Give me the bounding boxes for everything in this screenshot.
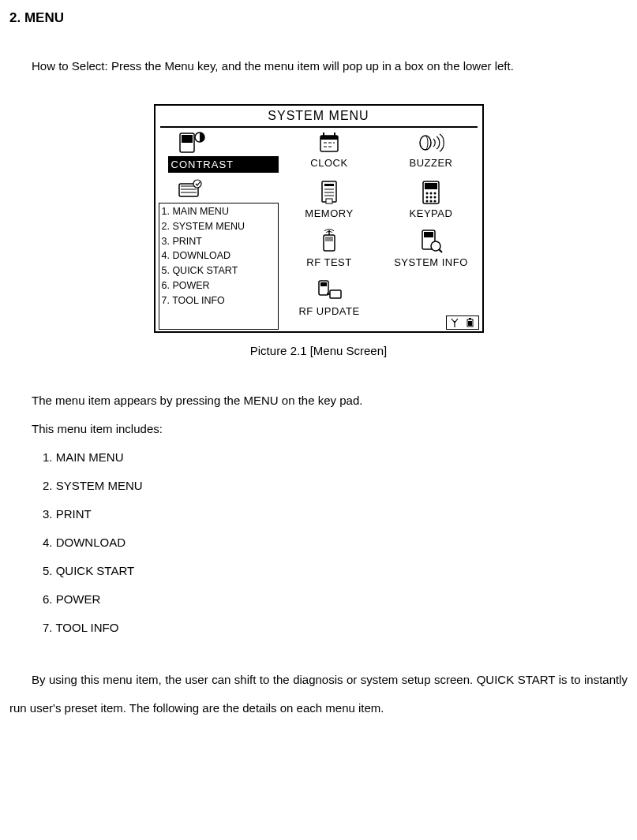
svg-rect-10 [326, 199, 332, 203]
popup-item: 3. PRINT [162, 234, 275, 249]
list-item: 5. QUICK START [43, 557, 628, 585]
list-item: 3. PRINT [43, 500, 628, 528]
rfupdate-icon [316, 278, 343, 303]
sysinfo-icon [419, 229, 443, 254]
svg-rect-25 [424, 232, 433, 237]
menu-popup: 1. MAIN MENU 2. SYSTEM MENU 3. PRINT 4. … [159, 203, 279, 330]
list-item: 2. SYSTEM MENU [43, 472, 628, 500]
popup-item: 2. SYSTEM MENU [162, 219, 275, 234]
svg-point-17 [430, 196, 433, 198]
svg-rect-9 [324, 184, 334, 186]
clock-icon [317, 131, 341, 155]
svg-point-18 [434, 196, 437, 198]
rfupdate-label: RF UPDATE [298, 304, 359, 319]
svg-point-16 [426, 196, 429, 198]
popup-item: 4. DOWNLOAD [162, 248, 275, 263]
svg-point-7 [420, 136, 431, 150]
intro-paragraph: How to Select: Press the Menu key, and t… [9, 52, 628, 80]
body-text: This menu item includes: [32, 415, 628, 443]
svg-point-14 [430, 192, 433, 194]
settings-row-icon [156, 176, 279, 200]
popup-item: 7. TOOL INFO [162, 293, 275, 308]
list-item: 1. MAIN MENU [43, 443, 628, 472]
svg-point-15 [434, 192, 437, 194]
svg-rect-23 [325, 237, 333, 241]
section-heading: 2. MENU [9, 8, 628, 28]
list-item: 6. POWER [43, 585, 628, 614]
svg-point-20 [430, 200, 433, 202]
memory-icon [319, 180, 339, 205]
buzzer-icon [418, 131, 444, 155]
keypad-label: KEYPAD [410, 206, 453, 222]
svg-point-13 [426, 192, 429, 194]
closing-paragraph: By using this menu item, the user can sh… [9, 666, 628, 722]
svg-rect-31 [469, 318, 471, 319]
keypad-icon [421, 180, 441, 205]
rftest-label: RF TEST [306, 255, 351, 271]
screen-title: SYSTEM MENU [160, 106, 478, 128]
svg-point-21 [434, 200, 437, 202]
list-item: 7. TOOL INFO [43, 614, 628, 642]
contrast-label-selected: CONTRAST [168, 156, 279, 174]
clock-label: CLOCK [310, 155, 347, 171]
popup-item: 1. MAIN MENU [162, 204, 275, 219]
svg-point-19 [426, 200, 429, 202]
list-item: 4. DOWNLOAD [43, 528, 628, 557]
svg-rect-29 [330, 290, 341, 298]
svg-rect-1 [182, 135, 193, 143]
rftest-icon [317, 229, 341, 254]
svg-point-4 [193, 180, 201, 188]
battery-icon [467, 318, 474, 327]
device-screen: SYSTEM MENU CONTRAST [154, 104, 484, 333]
contrast-icon [156, 128, 279, 155]
svg-rect-32 [468, 321, 472, 326]
sysinfo-label: SYSTEM INFO [394, 255, 468, 271]
antenna-icon [451, 318, 459, 327]
body-text: The menu item appears by pressing the ME… [32, 386, 628, 415]
svg-rect-28 [320, 282, 327, 286]
svg-rect-12 [425, 183, 437, 189]
popup-item: 5. QUICK START [162, 263, 275, 278]
memory-label: MEMORY [305, 206, 353, 222]
figure-caption: Picture 2.1 [Menu Screen] [9, 342, 628, 360]
buzzer-label: BUZZER [410, 155, 453, 171]
figure: SYSTEM MENU CONTRAST [9, 104, 628, 333]
popup-item: 6. POWER [162, 278, 275, 293]
status-bar [446, 315, 479, 330]
